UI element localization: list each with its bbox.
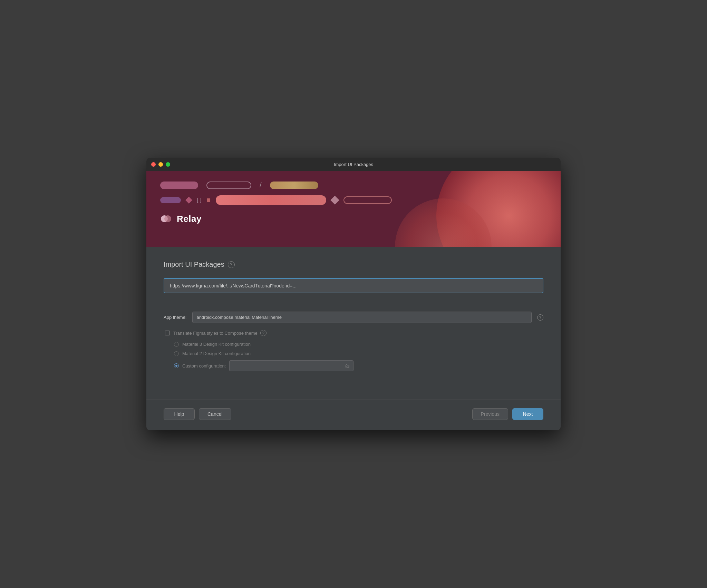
banner-row-2: [ ] [160, 195, 547, 205]
custom-config-input-container: 🗂 [229, 360, 354, 371]
minimize-button[interactable] [158, 162, 163, 167]
folder-icon: 🗂 [345, 363, 350, 369]
app-theme-row: App theme: ? [164, 312, 543, 323]
cancel-button[interactable]: Cancel [199, 408, 231, 420]
section-title-row: Import UI Packages ? [164, 261, 543, 268]
radio-label-material3: Material 3 Design Kit configuration [182, 342, 251, 347]
footer-left: Help Cancel [164, 408, 231, 420]
title-bar: Import UI Packages [146, 158, 561, 171]
help-button[interactable]: Help [164, 408, 195, 420]
radio-row-2: Material 2 Design Kit configuration [174, 351, 543, 356]
radio-group: Material 3 Design Kit configuration Mate… [164, 342, 543, 371]
section-title-text: Import UI Packages [164, 261, 224, 268]
footer: Help Cancel Previous Next [146, 400, 561, 430]
banner-bar-2 [206, 182, 251, 189]
translate-checkbox-row: Translate Figma styles to Compose theme … [164, 330, 543, 336]
banner-bar-salmon [216, 195, 326, 205]
radio-label-material2: Material 2 Design Kit configuration [182, 351, 251, 356]
banner-bar-outline-salmon [343, 196, 392, 204]
section-help-icon[interactable]: ? [228, 261, 235, 268]
square-dot [207, 198, 210, 202]
main-content: Import UI Packages ? App theme: ? Transl… [146, 247, 561, 386]
translate-help-icon[interactable]: ? [260, 330, 267, 336]
app-theme-label: App theme: [164, 315, 187, 320]
url-input[interactable] [164, 278, 543, 293]
translate-label: Translate Figma styles to Compose theme … [173, 330, 267, 336]
radio-material3[interactable] [174, 342, 179, 347]
next-button[interactable]: Next [512, 408, 543, 420]
diamond-icon-1 [185, 197, 192, 204]
relay-logo-icon [160, 213, 173, 225]
diamond-icon-2 [331, 196, 339, 204]
theme-help-icon[interactable]: ? [537, 314, 543, 321]
previous-button[interactable]: Previous [472, 408, 508, 420]
radio-label-custom: Custom configuration: [182, 363, 226, 369]
svg-point-1 [164, 215, 171, 222]
slash-icon: / [260, 181, 262, 189]
app-theme-input[interactable] [192, 312, 532, 323]
maximize-button[interactable] [166, 162, 170, 167]
banner-bar-3 [270, 182, 318, 189]
radio-row-1: Material 3 Design Kit configuration [174, 342, 543, 347]
footer-right: Previous Next [472, 408, 543, 420]
app-window: Import UI Packages / [ ] [146, 158, 561, 430]
url-input-container [164, 278, 543, 293]
radio-material2[interactable] [174, 351, 179, 356]
relay-logo-text: Relay [177, 214, 202, 224]
relay-logo: Relay [160, 213, 547, 225]
banner-row-1: / [160, 181, 547, 189]
radio-row-custom: Custom configuration: 🗂 [174, 360, 543, 371]
radio-custom[interactable] [174, 363, 179, 368]
translate-checkbox[interactable] [165, 331, 170, 335]
banner: / [ ] Relay [146, 171, 561, 247]
banner-bar-small [160, 197, 181, 203]
window-controls [151, 162, 170, 167]
divider [164, 303, 543, 303]
bracket-text: [ ] [197, 197, 201, 203]
window-title: Import UI Packages [334, 162, 373, 167]
close-button[interactable] [151, 162, 156, 167]
banner-bar-1 [160, 182, 198, 189]
